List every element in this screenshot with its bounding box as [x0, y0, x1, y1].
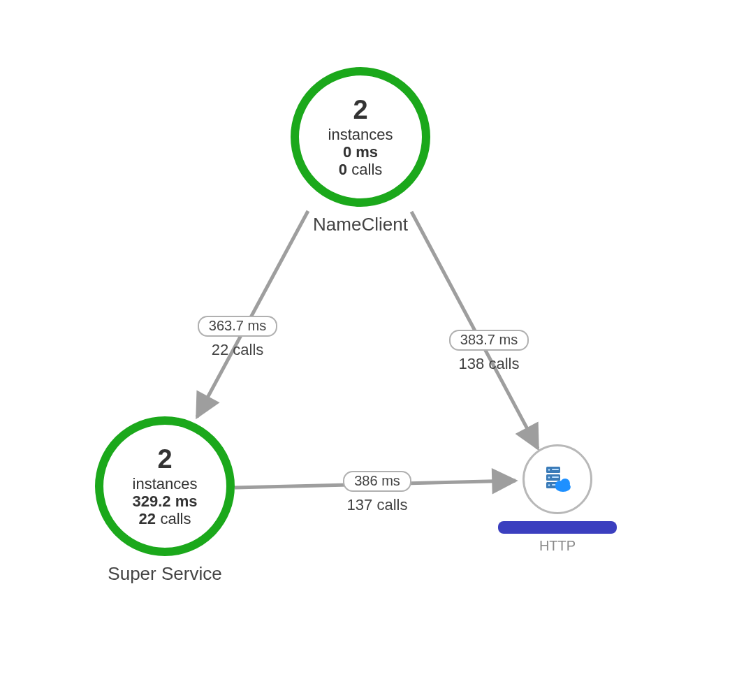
server-cloud-icon: [542, 465, 573, 493]
node-superservice-metrics: 2 instances 329.2 ms 22 calls: [133, 444, 198, 528]
edge-nameclient-superservice: [197, 211, 308, 417]
svg-point-3: [548, 469, 550, 471]
calls-count: 22: [139, 510, 156, 527]
calls-label: calls: [160, 510, 191, 527]
edge-calls: 22 calls: [182, 341, 293, 359]
latency-value: 0 ms: [328, 143, 393, 161]
svg-rect-7: [552, 476, 559, 478]
calls-label: calls: [351, 161, 382, 178]
node-nameclient-title: NameClient: [284, 214, 437, 235]
node-http-subtype: HTTP: [495, 538, 620, 554]
instances-label: instances: [328, 126, 393, 143]
edge-calls: 138 calls: [433, 355, 545, 373]
node-http-name-redacted: [498, 521, 617, 534]
latency-value: 329.2 ms: [133, 493, 198, 510]
node-http[interactable]: HTTP: [495, 444, 620, 554]
edge-calls: 137 calls: [321, 496, 433, 514]
instances-count: 2: [157, 444, 172, 474]
application-map: 2 instances 0 ms 0 calls NameClient 2 in…: [0, 0, 753, 700]
edge-latency: 363.7 ms: [198, 316, 277, 337]
instances-label: instances: [133, 475, 198, 493]
svg-rect-6: [552, 469, 559, 470]
node-nameclient-metrics: 2 instances 0 ms 0 calls: [328, 95, 393, 179]
calls-count: 0: [339, 161, 347, 178]
edge-label-nameclient-superservice[interactable]: 363.7 ms 22 calls: [182, 316, 293, 359]
edge-label-superservice-http[interactable]: 386 ms 137 calls: [321, 471, 433, 514]
node-superservice-title: Super Service: [88, 563, 242, 585]
node-superservice-circle: 2 instances 329.2 ms 22 calls: [95, 416, 235, 556]
node-nameclient-circle: 2 instances 0 ms 0 calls: [291, 67, 430, 207]
edge-latency: 386 ms: [343, 471, 411, 492]
edge-latency: 383.7 ms: [449, 330, 529, 351]
node-superservice[interactable]: 2 instances 329.2 ms 22 calls Super Serv…: [88, 416, 242, 585]
svg-point-11: [560, 479, 570, 488]
svg-point-5: [548, 484, 550, 486]
node-nameclient[interactable]: 2 instances 0 ms 0 calls NameClient: [284, 67, 437, 235]
instances-count: 2: [353, 95, 367, 124]
node-http-circle: [522, 444, 592, 514]
edge-label-nameclient-http[interactable]: 383.7 ms 138 calls: [433, 330, 545, 373]
svg-point-4: [548, 476, 550, 479]
